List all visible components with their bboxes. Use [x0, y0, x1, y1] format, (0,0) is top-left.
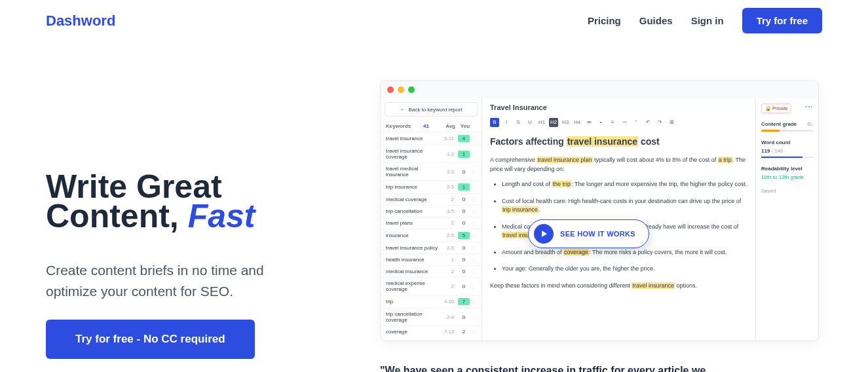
keyword-you: 0: [458, 257, 470, 263]
keyword-you: 0: [458, 196, 470, 202]
navbar: Dashword Pricing Guides Sign in Try for …: [0, 0, 868, 41]
toolbar-button[interactable]: ⊞: [667, 118, 676, 127]
editor-paragraph[interactable]: A comprehensive travel insurance plan ty…: [490, 156, 747, 174]
toolbar-button[interactable]: ≡: [608, 118, 617, 127]
toolbar-button[interactable]: ": [632, 118, 641, 127]
saved-status: Saved: [761, 188, 813, 194]
toolbar-button[interactable]: ↷: [655, 118, 664, 127]
word-count-bar: [761, 157, 813, 158]
keyword-name: medical insurance: [386, 269, 440, 274]
back-to-report-button[interactable]: Back to keyword report: [385, 102, 478, 117]
keyword-row[interactable]: travel medical insurance2-30⋮: [381, 162, 481, 180]
list-item[interactable]: Length and cost of the trip: The longer …: [502, 180, 747, 189]
col-you: You: [459, 123, 471, 129]
nav-link-pricing[interactable]: Pricing: [588, 15, 621, 26]
keyword-row[interactable]: coverage7-132⋮: [381, 326, 481, 337]
more-menu-icon[interactable]: •••: [806, 103, 813, 109]
word-count-label: Word count: [761, 140, 813, 145]
keyword-menu-icon[interactable]: ⋮: [471, 184, 476, 190]
keywords-label: Keywords: [386, 123, 423, 129]
toolbar-button[interactable]: •: [596, 118, 605, 127]
toolbar-button[interactable]: ⤻: [620, 118, 629, 127]
editor-heading[interactable]: Factors affecting travel insurance cost: [490, 136, 747, 147]
keyword-menu-icon[interactable]: ⋮: [471, 257, 476, 263]
keyword-name: trip insurance: [386, 184, 440, 190]
grade-bar: [761, 130, 813, 132]
keyword-you: 5: [458, 232, 470, 239]
keyword-name: trip cancellation: [386, 208, 440, 214]
toolbar-button[interactable]: H3: [561, 118, 570, 127]
keyword-menu-icon[interactable]: ⋮: [471, 269, 476, 274]
window-dot-yellow: [398, 86, 404, 93]
col-avg: Avg: [441, 123, 455, 129]
keyword-you: 0: [458, 269, 470, 274]
keyword-name: travel insurance: [386, 136, 440, 141]
keyword-menu-icon[interactable]: ⋮: [471, 136, 476, 141]
editor-paragraph[interactable]: Keep these factors in mind when consider…: [490, 282, 747, 291]
list-item[interactable]: Amount and breadth of coverage: The more…: [502, 248, 747, 257]
keyword-row[interactable]: travel insurance policy2-50⋮: [381, 242, 481, 253]
keyword-menu-icon[interactable]: ⋮: [471, 314, 476, 320]
keyword-row[interactable]: medical coverage20⋮: [381, 193, 481, 205]
nav-link-signin[interactable]: Sign in: [691, 15, 724, 26]
toolbar-button[interactable]: H4: [573, 118, 582, 127]
see-how-it-works-button[interactable]: SEE HOW IT WORKS: [528, 219, 649, 248]
logo[interactable]: Dashword: [46, 12, 115, 29]
toolbar-button[interactable]: B: [490, 118, 499, 127]
keyword-row[interactable]: travel insurance coverage1-21⋮: [381, 145, 481, 162]
keyword-row[interactable]: trip4-107⋮: [381, 295, 481, 308]
keyword-you: 1: [458, 183, 470, 191]
try-free-button[interactable]: Try for free: [742, 8, 822, 33]
keyword-name: travel plans: [386, 220, 440, 226]
keyword-row[interactable]: trip cancellation3-50⋮: [381, 205, 481, 217]
keyword-row[interactable]: trip cancellation coverage2-40⋮: [381, 308, 481, 326]
keyword-name: medical coverage: [386, 196, 440, 202]
keyword-menu-icon[interactable]: ⋮: [471, 299, 476, 305]
toolbar-button[interactable]: H1: [537, 118, 546, 127]
toolbar-button[interactable]: ↶: [643, 118, 652, 127]
hero-cta-button[interactable]: Try for free - No CC required: [46, 320, 255, 359]
nav-link-guides[interactable]: Guides: [639, 15, 673, 26]
editor-doc-title[interactable]: Travel Insurance: [490, 103, 747, 111]
private-badge[interactable]: 🔒 Private: [761, 103, 791, 113]
keyword-you: 7: [458, 298, 470, 305]
toolbar-button[interactable]: H2: [549, 118, 558, 127]
keyword-you: 0: [458, 314, 470, 320]
keyword-name: trip: [386, 299, 440, 305]
toolbar-button[interactable]: ≔: [584, 118, 594, 127]
keyword-row[interactable]: trip insurance2-31⋮: [381, 180, 481, 193]
hero-right: Back to keyword report Keywords 41 Avg Y…: [380, 81, 822, 372]
keyword-row[interactable]: medical insurance20⋮: [381, 265, 481, 277]
keyword-avg: 2-3: [440, 169, 454, 175]
keyword-avg: 2: [440, 196, 454, 202]
toolbar-button[interactable]: S: [514, 118, 523, 127]
hero-left: Write Great Content, Fast Create content…: [46, 81, 347, 372]
keyword-menu-icon[interactable]: ⋮: [471, 220, 476, 226]
keyword-menu-icon[interactable]: ⋮: [471, 208, 476, 214]
keyword-menu-icon[interactable]: ⋮: [471, 169, 476, 175]
keyword-row[interactable]: health insurance10⋮: [381, 253, 481, 265]
toolbar-button[interactable]: U: [525, 118, 535, 127]
main: Write Great Content, Fast Create content…: [0, 41, 868, 372]
keyword-menu-icon[interactable]: ⋮: [471, 232, 476, 238]
keyword-row[interactable]: travel plans20⋮: [381, 217, 481, 229]
keyword-name: travel medical insurance: [386, 166, 440, 177]
keyword-menu-icon[interactable]: ⋮: [471, 196, 476, 202]
keyword-avg: 2: [440, 220, 454, 226]
keyword-row[interactable]: medical expense coverage20⋮: [381, 277, 481, 295]
keyword-name: insurance: [386, 232, 440, 238]
list-item[interactable]: Your age: Generally the older you are, t…: [502, 265, 747, 274]
list-item[interactable]: Cost of local health care: High health-c…: [502, 197, 747, 215]
keyword-avg: 2-5: [440, 232, 454, 238]
keyword-row[interactable]: insurance2-55⋮: [381, 229, 481, 242]
keyword-menu-icon[interactable]: ⋮: [471, 284, 476, 289]
keyword-menu-icon[interactable]: ⋮: [471, 329, 476, 335]
testimonial-quote: "We have seen a consistent increase in t…: [380, 365, 747, 372]
keyword-row[interactable]: travel insurance5-114⋮: [381, 132, 481, 145]
keyword-avg: 2: [440, 284, 454, 289]
keyword-name: coverage: [386, 329, 440, 335]
keyword-menu-icon[interactable]: ⋮: [471, 245, 476, 251]
toolbar-button[interactable]: I: [502, 118, 511, 127]
mock-editor: Travel Insurance BISUH1H2H3H4≔•≡⤻"↶↷⊞ Fa…: [482, 98, 756, 341]
keyword-menu-icon[interactable]: ⋮: [471, 151, 476, 157]
